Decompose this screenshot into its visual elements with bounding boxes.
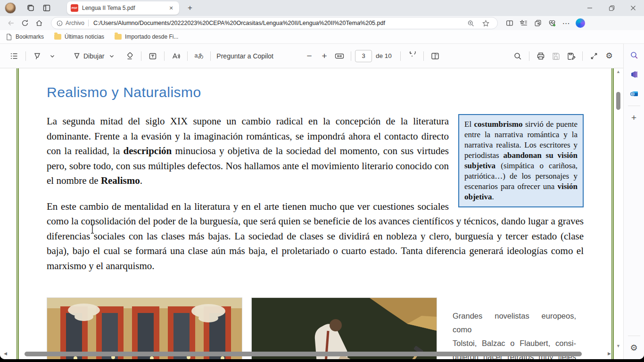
text-box-icon[interactable] xyxy=(145,49,160,64)
favorite-star-icon[interactable] xyxy=(479,17,493,29)
paragraph-sociedad: En este cambio de mentalidad en la liter… xyxy=(47,199,584,274)
vertical-scrollbar-thumb[interactable] xyxy=(616,92,620,110)
workspaces-icon[interactable] xyxy=(23,1,39,15)
document-body: El costumbrismo sirvió de puente entre l… xyxy=(47,114,584,284)
close-icon[interactable] xyxy=(622,0,644,16)
scroll-down-icon[interactable]: ▼ xyxy=(616,344,621,349)
pdf-toolbar: Dibujar aあ Preguntar a Copilot xyxy=(0,44,623,68)
toolbar-separator xyxy=(210,51,211,61)
title-bar: PDF Lengua II Tema 5.pdf ✕ + xyxy=(0,0,644,16)
page-border-left xyxy=(17,68,19,359)
horizontal-scrollbar-thumb[interactable] xyxy=(25,352,582,356)
address-scheme-label: Archivo xyxy=(66,20,84,26)
pen-draw-button[interactable]: Dibujar xyxy=(70,49,116,64)
file-info-icon xyxy=(56,20,63,27)
toolbar-separator xyxy=(25,51,26,61)
window-controls xyxy=(579,0,644,16)
minimize-icon[interactable] xyxy=(579,0,601,16)
sidebar-search-icon[interactable] xyxy=(627,48,642,63)
fit-to-width-icon[interactable] xyxy=(332,49,347,64)
chevron-down-icon[interactable] xyxy=(45,49,60,64)
sidebar-settings-gear-icon[interactable]: ⚙ xyxy=(627,340,642,355)
toolbar-separator xyxy=(582,51,583,61)
rotate-icon[interactable] xyxy=(405,49,420,64)
sidebar-divider xyxy=(628,106,640,106)
ask-copilot-button[interactable]: Preguntar a Copilot xyxy=(215,49,275,64)
horizontal-scrollbar[interactable]: ◀ ▶ xyxy=(2,351,613,357)
bookmark-item[interactable]: Bookmarks xyxy=(6,33,44,41)
toolbar-separator xyxy=(164,51,165,61)
draw-label: Dibujar xyxy=(83,52,104,60)
address-separator xyxy=(88,20,89,26)
zoom-in-icon[interactable]: + xyxy=(317,49,332,64)
bookmark-folder[interactable]: Importado desde Fi... xyxy=(115,33,178,40)
toolbar-separator xyxy=(400,51,401,61)
settings-gear-icon[interactable]: ⚙ xyxy=(602,49,617,64)
page-number-input[interactable] xyxy=(355,50,372,62)
microsoft365-icon[interactable] xyxy=(627,67,642,82)
read-aloud-icon[interactable] xyxy=(168,49,183,64)
address-url[interactable]: C:/Users/Alumno/Documents/20222023%20CEP… xyxy=(93,20,463,26)
split-screen-icon[interactable] xyxy=(503,17,517,29)
page-view-icon[interactable] xyxy=(428,49,443,64)
eraser-icon[interactable] xyxy=(122,49,137,64)
print-icon[interactable] xyxy=(533,49,548,64)
scroll-left-icon[interactable]: ◀ xyxy=(3,351,8,356)
copilot-icon[interactable] xyxy=(573,17,587,29)
refresh-icon[interactable] xyxy=(18,17,32,29)
address-bar[interactable]: Archivo C:/Users/Alumno/Documents/202220… xyxy=(51,17,498,29)
folder-icon xyxy=(115,34,122,40)
browser-essentials-icon[interactable] xyxy=(545,17,559,29)
translate-icon[interactable]: aあ xyxy=(191,49,206,64)
bookmark-label: Importado desde Fi... xyxy=(125,33,178,40)
toolbar-separator xyxy=(187,51,188,61)
collections-icon[interactable] xyxy=(531,17,545,29)
ballroom-salon-painting xyxy=(47,297,242,359)
home-icon[interactable] xyxy=(32,17,46,29)
expand-icon[interactable] xyxy=(586,49,602,64)
favorites-list-icon[interactable] xyxy=(517,17,531,29)
navigation-bar: Archivo C:/Users/Alumno/Documents/202220… xyxy=(0,16,644,30)
scroll-right-icon[interactable]: ▶ xyxy=(607,351,612,356)
bookmark-folder[interactable]: Últimas noticias xyxy=(54,33,104,40)
caption-line: Tolstoi, Balzac o Flaubert, consi- xyxy=(453,337,576,350)
zoom-in-icon[interactable] xyxy=(463,17,478,29)
bookmarks-bar: Bookmarks Últimas noticias Importado des… xyxy=(0,30,644,44)
bookmark-label: Bookmarks xyxy=(16,33,44,40)
page-border-right xyxy=(611,68,614,359)
ask-copilot-label: Preguntar a Copilot xyxy=(216,52,273,60)
caption-line: Grandes novelistas europeos, como xyxy=(453,309,576,337)
toolbar-separator xyxy=(529,51,529,61)
zoom-out-icon[interactable]: − xyxy=(302,49,317,64)
tab-actions-icon[interactable] xyxy=(39,1,55,15)
new-tab-icon[interactable]: + xyxy=(184,2,196,14)
save-as-icon[interactable] xyxy=(563,49,578,64)
costumbrismo-callout-box: El costumbrismo sirvió de puente entre l… xyxy=(458,114,584,207)
bookmark-label: Últimas noticias xyxy=(65,33,104,40)
chevron-down-icon xyxy=(109,53,115,59)
folder-icon xyxy=(54,34,61,40)
vertical-scrollbar[interactable]: ▲ ▼ xyxy=(615,68,622,350)
pdf-page: Realismo y Naturalismo El costumbrismo s… xyxy=(0,68,623,359)
browser-tab[interactable]: PDF Lengua II Tema 5.pdf ✕ xyxy=(67,1,179,15)
close-tab-icon[interactable]: ✕ xyxy=(167,4,175,12)
sidebar-add-icon[interactable]: + xyxy=(627,110,642,125)
tab-title: Lengua II Tema 5.pdf xyxy=(82,5,167,11)
toolbar-separator xyxy=(141,51,141,61)
table-of-contents-icon[interactable] xyxy=(7,49,22,64)
toolbar-separator xyxy=(423,51,424,61)
toolbar-separator xyxy=(351,51,351,61)
restore-icon[interactable] xyxy=(601,0,622,16)
page-icon xyxy=(6,33,12,41)
scroll-up-icon[interactable]: ▲ xyxy=(616,69,621,74)
profile-avatar[interactable] xyxy=(5,2,16,14)
save-icon xyxy=(548,49,563,64)
search-icon[interactable] xyxy=(510,49,525,64)
highlighter-icon[interactable] xyxy=(30,49,45,64)
more-options-icon[interactable]: ⋯ xyxy=(559,17,573,29)
back-icon[interactable] xyxy=(4,17,18,29)
outlook-icon[interactable] xyxy=(627,86,642,101)
pdf-file-icon: PDF xyxy=(71,4,78,12)
pen-icon xyxy=(72,51,82,61)
edge-sidebar: + ⚙ xyxy=(623,44,644,359)
